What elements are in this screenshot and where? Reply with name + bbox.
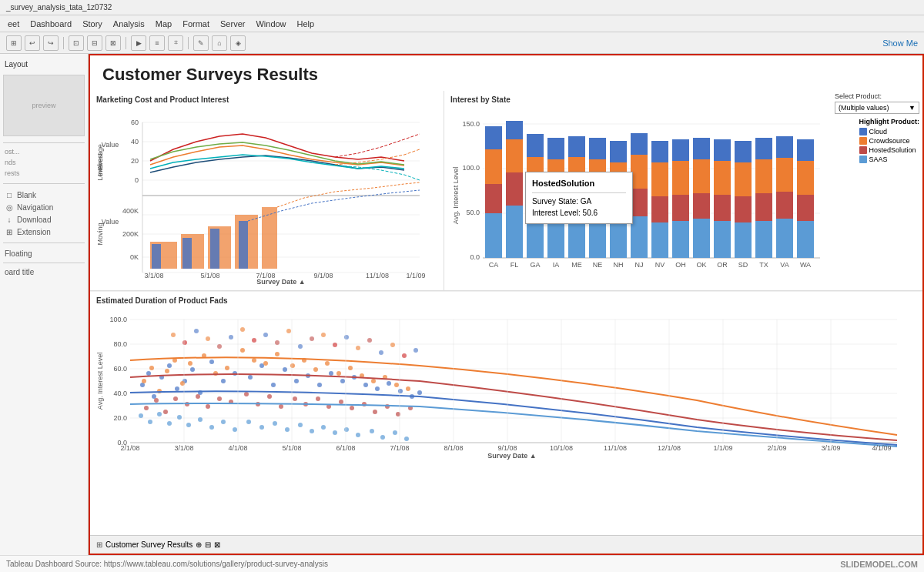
toolbar-sep-1: [63, 37, 64, 49]
menu-story[interactable]: Story: [78, 18, 107, 30]
main-area: Layout preview ost... nds rests □ Blank …: [0, 54, 924, 555]
tab-btn-1[interactable]: ⊕: [196, 540, 202, 549]
svg-rect-113: [797, 139, 814, 161]
toolbar-btn-1[interactable]: ⊞: [6, 35, 22, 51]
menu-dashboard[interactable]: Dashboard: [25, 18, 76, 30]
marketing-chart-title: Marketing Cost and Product Interest: [96, 95, 437, 104]
svg-rect-89: [672, 139, 689, 161]
sidebar-item-download[interactable]: ↓ Download: [3, 213, 85, 226]
saas-legend-color: [859, 156, 867, 163]
svg-rect-78: [631, 216, 648, 258]
svg-point-158: [283, 367, 287, 372]
toolbar-btn-7[interactable]: ▶: [131, 35, 146, 51]
sidebar-item-extension[interactable]: ⊞ Extension: [3, 226, 85, 238]
svg-text:60.0: 60.0: [113, 365, 127, 373]
svg-text:SD: SD: [738, 261, 748, 269]
sidebar-item-blank[interactable]: □ Blank: [3, 189, 85, 201]
toolbar-btn-5[interactable]: ⊟: [87, 35, 102, 51]
menu-analysis[interactable]: Analysis: [109, 18, 149, 30]
svg-point-261: [367, 338, 372, 343]
svg-rect-82: [651, 222, 668, 258]
tooltip-interest-value: 50.6: [583, 209, 598, 217]
state-chart-svg: 150.0 100.0 50.0 0.0 Avg. Interest Level: [450, 107, 835, 284]
toolbar-btn-2[interactable]: ↩: [25, 35, 40, 51]
saas-legend-label: SAAS: [869, 156, 888, 163]
svg-text:5/1/08: 5/1/08: [282, 444, 301, 452]
menu-window[interactable]: Window: [251, 18, 290, 30]
svg-text:0.0: 0.0: [470, 253, 480, 261]
toolbar-btn-12[interactable]: ◈: [230, 35, 246, 51]
svg-point-171: [142, 379, 146, 383]
toolbar-btn-8[interactable]: ≡: [149, 35, 165, 51]
svg-point-172: [149, 366, 154, 370]
svg-point-199: [173, 396, 178, 401]
tooltip-interest: Interest Level: 50.6: [532, 207, 626, 219]
sidebar-rests-label: rests: [3, 168, 85, 179]
svg-rect-50: [485, 213, 502, 258]
menu-help[interactable]: Help: [293, 18, 320, 30]
tab-btn-2[interactable]: ⊟: [205, 540, 211, 549]
svg-text:12/1/08: 12/1/08: [658, 444, 681, 452]
menu-server[interactable]: Server: [216, 18, 249, 30]
svg-point-230: [246, 420, 251, 424]
svg-point-231: [259, 425, 264, 430]
svg-point-161: [317, 383, 322, 387]
svg-text:60: 60: [131, 119, 139, 126]
app-window: _survey_analysis_tata_1z0732 eet Dashboa…: [0, 0, 924, 572]
svg-point-216: [373, 410, 377, 414]
svg-point-220: [139, 413, 143, 418]
svg-point-252: [263, 333, 268, 337]
svg-text:8/1/08: 8/1/08: [444, 444, 463, 452]
svg-text:IA: IA: [553, 261, 560, 269]
svg-rect-62: [547, 221, 564, 258]
svg-point-155: [248, 375, 253, 380]
highlight-product-legend: Highlight Product: Cloud Crowdsource Hos…: [859, 118, 920, 165]
select-product-control[interactable]: (Multiple values) ▼: [835, 102, 919, 114]
select-product-box: Select Product: (Multiple values) ▼: [835, 92, 919, 114]
svg-text:4/1/08: 4/1/08: [228, 444, 247, 452]
svg-rect-88: [672, 161, 689, 195]
sidebar-divider-2: [3, 183, 85, 184]
svg-rect-94: [714, 221, 731, 258]
svg-point-237: [333, 430, 337, 435]
svg-text:ME: ME: [571, 261, 582, 269]
toolbar-btn-11[interactable]: ⌂: [212, 35, 227, 51]
svg-text:NV: NV: [655, 261, 665, 269]
svg-text:100.0: 100.0: [109, 316, 127, 323]
svg-point-198: [163, 410, 168, 414]
svg-text:Value: Value: [102, 218, 119, 226]
menu-format[interactable]: Format: [178, 18, 214, 30]
svg-text:Survey Date ▲: Survey Date ▲: [487, 452, 536, 460]
toolbar-btn-3[interactable]: ↪: [43, 35, 59, 51]
svg-point-222: [157, 412, 162, 416]
svg-text:Avg. Interest Level: Avg. Interest Level: [96, 353, 104, 410]
menu-eet[interactable]: eet: [3, 18, 24, 30]
svg-point-150: [190, 367, 195, 372]
svg-point-145: [152, 394, 156, 399]
svg-text:NH: NH: [614, 261, 624, 269]
svg-point-205: [244, 392, 249, 396]
toolbar-btn-4[interactable]: ⊡: [69, 35, 84, 51]
svg-rect-98: [735, 222, 752, 258]
duration-chart-title: Estimated Duration of Product Fads: [96, 296, 916, 305]
svg-rect-55: [506, 172, 523, 206]
svg-point-182: [252, 358, 256, 363]
svg-rect-95: [714, 195, 731, 221]
tab-customer-survey[interactable]: ⊞ Customer Survey Results ⊕ ⊟ ⊠: [96, 540, 220, 549]
sidebar-item-navigation[interactable]: ◎ Navigation: [3, 201, 85, 213]
select-product-value: (Multiple values): [839, 104, 889, 112]
tab-label: Customer Survey Results: [105, 540, 192, 549]
svg-point-238: [344, 427, 349, 432]
sidebar-preview: preview: [3, 75, 85, 136]
toolbar-btn-6[interactable]: ⊠: [105, 35, 121, 51]
menu-map[interactable]: Map: [151, 18, 176, 30]
tab-btn-3[interactable]: ⊠: [214, 540, 220, 549]
toolbar-btn-9[interactable]: ⌗: [168, 35, 183, 51]
show-me-button[interactable]: Show Me: [882, 38, 918, 48]
sidebar-layout-label: Layout: [3, 57, 85, 72]
tab-icon: ⊞: [96, 540, 102, 549]
svg-rect-30: [182, 238, 192, 269]
sidebar-blank-label: Blank: [17, 191, 36, 199]
toolbar-btn-10[interactable]: ✎: [193, 35, 209, 51]
sidebar-nds-label: nds: [3, 157, 85, 168]
